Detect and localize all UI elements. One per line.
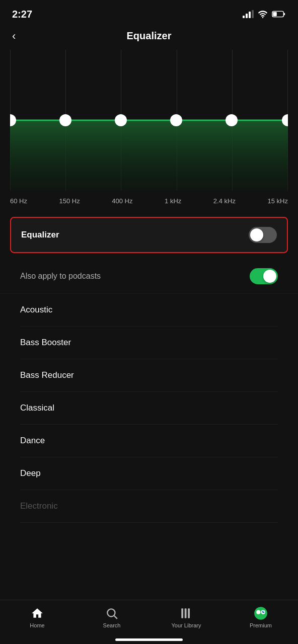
page-title: Equalizer — [127, 30, 172, 42]
svg-rect-3 — [273, 12, 276, 16]
preset-deep[interactable]: Deep — [20, 457, 278, 490]
bottom-nav: Home Search Your Library — [0, 600, 298, 644]
podcast-row: Also apply to podcasts — [0, 259, 298, 294]
eq-chart[interactable]: 60 Hz 150 Hz 400 Hz 1 kHz 2.4 kHz 15 kHz — [10, 50, 288, 211]
preset-bass-booster[interactable]: Bass Booster — [20, 327, 278, 359]
preset-bass-reducer[interactable]: Bass Reducer — [20, 359, 278, 392]
svg-point-9 — [226, 114, 238, 126]
svg-point-8 — [170, 114, 182, 126]
equalizer-label: Equalizer — [21, 230, 59, 240]
header: ‹ Equalizer — [0, 25, 298, 50]
svg-point-6 — [59, 114, 71, 126]
preset-acoustic[interactable]: Acoustic — [20, 294, 278, 327]
nav-home-label: Home — [30, 622, 44, 628]
nav-premium[interactable]: Premium — [224, 606, 298, 628]
nav-library[interactable]: Your Library — [149, 606, 224, 628]
freq-label-400hz: 400 Hz — [112, 197, 132, 205]
home-indicator — [115, 638, 183, 641]
page-content: 60 Hz 150 Hz 400 Hz 1 kHz 2.4 kHz 15 kHz… — [0, 50, 298, 568]
freq-label-15khz: 15 kHz — [268, 197, 288, 205]
svg-rect-13 — [181, 608, 183, 618]
svg-rect-14 — [185, 608, 187, 618]
nav-library-label: Your Library — [172, 622, 201, 628]
eq-frequency-labels: 60 Hz 150 Hz 400 Hz 1 kHz 2.4 kHz 15 kHz — [10, 191, 288, 211]
eq-curve-svg[interactable] — [10, 50, 288, 191]
freq-label-60hz: 60 Hz — [10, 197, 27, 205]
freq-label-150hz: 150 Hz — [59, 197, 80, 205]
status-bar: 2:27 — [0, 0, 298, 25]
svg-point-7 — [115, 114, 127, 126]
freq-label-2khz: 2.4 kHz — [213, 197, 236, 205]
freq-label-1khz: 1 kHz — [165, 197, 181, 205]
nav-premium-label: Premium — [250, 622, 272, 628]
home-icon — [30, 606, 44, 620]
status-icons — [243, 10, 286, 18]
nav-search[interactable]: Search — [74, 606, 149, 628]
premium-icon — [254, 606, 268, 620]
podcast-toggle-knob — [263, 270, 276, 283]
preset-electronic[interactable]: Electronic — [20, 490, 278, 523]
wifi-icon — [258, 10, 268, 18]
library-icon — [179, 606, 193, 620]
svg-point-17 — [256, 610, 260, 614]
signal-bars-icon — [243, 10, 254, 18]
svg-rect-15 — [188, 608, 190, 618]
svg-point-11 — [107, 609, 115, 616]
toggle-knob — [250, 228, 263, 242]
nav-search-label: Search — [103, 622, 121, 628]
podcast-label: Also apply to podcasts — [20, 272, 101, 281]
preset-dance[interactable]: Dance — [20, 425, 278, 457]
back-button[interactable]: ‹ — [12, 30, 16, 43]
equalizer-toggle-row: Equalizer — [10, 217, 288, 253]
svg-point-16 — [254, 607, 267, 620]
equalizer-toggle[interactable] — [249, 227, 277, 243]
status-time: 2:27 — [12, 9, 32, 20]
svg-line-12 — [114, 616, 117, 619]
battery-icon — [272, 10, 286, 18]
preset-list: Acoustic Bass Booster Bass Reducer Class… — [0, 294, 298, 523]
svg-point-20 — [263, 611, 265, 612]
search-icon — [105, 606, 119, 620]
svg-point-0 — [262, 17, 264, 18]
podcast-toggle[interactable] — [250, 268, 278, 284]
preset-classical[interactable]: Classical — [20, 392, 278, 425]
svg-rect-2 — [283, 13, 285, 16]
nav-home[interactable]: Home — [0, 606, 74, 628]
